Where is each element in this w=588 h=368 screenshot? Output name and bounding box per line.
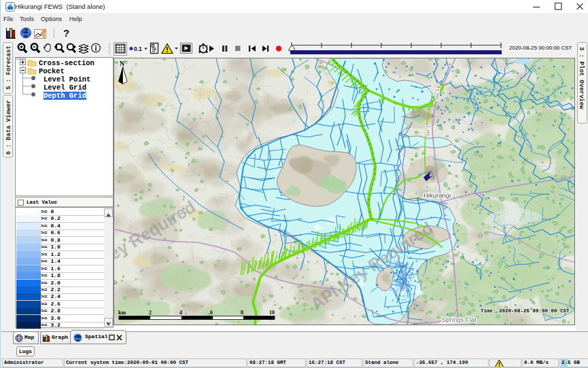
svg-text:SH 1: SH 1 bbox=[434, 88, 440, 100]
svg-text:Hikurangi: Hikurangi bbox=[423, 191, 451, 199]
svg-text:6: 6 bbox=[210, 310, 213, 316]
svg-text:5 : Forecast: 5 : Forecast bbox=[5, 45, 12, 90]
svg-text:2020-08-25 00:00:00 CST: 2020-08-25 00:00:00 CST bbox=[509, 45, 572, 51]
svg-text:Time: 2020-08-25 00:00:00 CST: Time: 2020-08-25 00:00:00 CST bbox=[481, 308, 570, 314]
svg-text:4: 4 bbox=[179, 310, 182, 316]
svg-text:2: 2 bbox=[149, 310, 152, 316]
svg-text:Springs Flat: Springs Flat bbox=[442, 316, 477, 323]
svg-text:6 : Data Viewer: 6 : Data Viewer bbox=[5, 100, 12, 155]
svg-text:10: 10 bbox=[269, 310, 275, 316]
svg-text:N: N bbox=[120, 60, 125, 67]
svg-text:3 : Plot Overview: 3 : Plot Overview bbox=[578, 47, 585, 109]
svg-text:8: 8 bbox=[241, 310, 243, 316]
svg-text:km: km bbox=[118, 310, 126, 316]
svg-text:?: ? bbox=[63, 27, 69, 39]
svg-text:0.1: 0.1 bbox=[134, 45, 142, 52]
svg-text:SH 1: SH 1 bbox=[425, 125, 431, 137]
